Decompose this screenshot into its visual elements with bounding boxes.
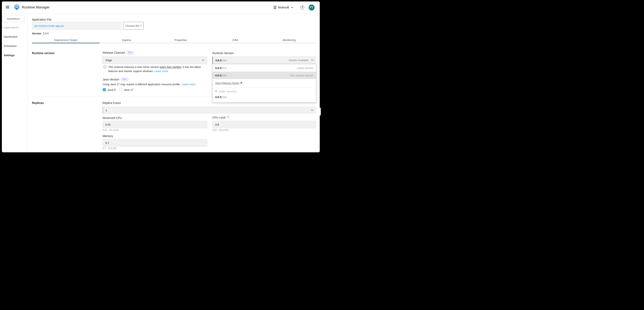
app-window: Runtime Manager Mulesoft ? FT SANDBOX Ap… xyxy=(2,1,320,152)
memory-label: Memory xyxy=(102,134,113,138)
tab-jvm[interactable]: JVM xyxy=(208,38,262,43)
caret-down-icon: ▾ xyxy=(140,25,141,27)
option-version: 4.6.0: xyxy=(215,66,222,70)
java17-radio[interactable] xyxy=(119,88,122,91)
back-chevron-icon xyxy=(2,27,3,27)
java17-radio-label[interactable]: Java 17 xyxy=(124,88,134,91)
latest-version-tag: Latest version xyxy=(297,66,314,70)
caret-down-icon xyxy=(215,91,217,92)
java-version-label: Java Version xyxy=(102,78,119,81)
runtime-version-label: Runtime Version xyxy=(212,51,234,55)
choose-file-button[interactable]: Choose file ▾ xyxy=(123,22,144,30)
cpu-limit-hint: 0.07 - 3.9 vCPU xyxy=(212,129,228,131)
runtime-manager-logo-icon xyxy=(14,4,20,10)
help-icon[interactable]: ? xyxy=(300,5,304,9)
chevron-down-icon xyxy=(311,109,314,111)
runtime-version-build: 36e xyxy=(222,59,227,62)
option-version: 4.6.0: xyxy=(215,95,222,99)
sidebar-divider xyxy=(27,13,28,152)
scrollbar-thumb[interactable] xyxy=(319,108,321,115)
view-release-notes-link[interactable]: View Release Notes xyxy=(215,81,239,85)
sidebar-item-schedules[interactable]: Schedules xyxy=(4,44,17,47)
chevron-down-icon xyxy=(291,6,293,8)
runtime-version-select[interactable]: 4.6.0:36e Update Available xyxy=(212,56,316,64)
replica-count-select[interactable]: 1 xyxy=(102,107,316,114)
version-value: 2.0.0 xyxy=(43,32,48,35)
release-channel-value: Edge xyxy=(106,59,112,62)
runtime-version-current: 4.6.0:36e xyxy=(215,58,227,62)
avatar[interactable]: FT xyxy=(308,4,314,10)
cpu-limit-label-row: CPU Limit i xyxy=(212,116,229,119)
cpu-limit-value: 3,9 xyxy=(215,123,219,126)
application-file-field: q3-runtime-mule-app.jar xyxy=(32,22,121,30)
application-file-link[interactable]: q3-runtime-mule-app.jar xyxy=(34,24,64,27)
java-learn-more-link[interactable]: Learn more xyxy=(182,83,195,86)
memory-hint: 0.7 - 12.9 GB xyxy=(102,147,116,149)
tab-ingress[interactable]: Ingress xyxy=(100,38,154,43)
java-version-label-row: Java Version New xyxy=(102,78,128,81)
replica-count-value: 1 xyxy=(106,109,107,112)
java-note-text: Using Java 17 may require a different ap… xyxy=(102,83,180,86)
java8-radio[interactable] xyxy=(102,88,106,91)
chevron-up-icon xyxy=(311,59,314,61)
cpu-limit-label: CPU Limit xyxy=(212,116,226,119)
sidebar-item-applications[interactable]: Applications xyxy=(4,26,19,29)
runtime-version-option[interactable]: 4.6.0:40e Latest version xyxy=(212,64,316,72)
top-bar: Runtime Manager Mulesoft ? FT xyxy=(2,1,320,13)
memory-value: 0,7 xyxy=(105,141,109,144)
org-name: Mulesoft xyxy=(278,6,289,9)
release-channel-learn-more-link[interactable]: Learn more xyxy=(154,70,168,73)
tab-properties[interactable]: Properties xyxy=(154,38,208,43)
reserved-cpu-value: 0,02 xyxy=(105,123,111,126)
reserved-cpu-label: Reserved CPU xyxy=(102,116,122,120)
current-version-tag: Your current version xyxy=(290,74,314,77)
new-badge: New xyxy=(121,78,128,81)
reserved-cpu-input[interactable]: 0,02 xyxy=(102,121,207,128)
option-version: 4.6.0: xyxy=(215,74,222,77)
cpu-limit-input[interactable]: 3,9 xyxy=(212,121,316,128)
section-divider xyxy=(32,152,316,152)
older-versions-label: Older Versions xyxy=(219,90,236,93)
release-channel-select[interactable]: Edge xyxy=(102,56,207,64)
info-text-part1: This channel releases a new minor versio… xyxy=(108,65,160,68)
runtime-version-option-selected[interactable]: 4.6.0:36e Your current version xyxy=(212,72,316,79)
release-channel-label-row: Release Channel New xyxy=(102,51,134,54)
version-label: Version xyxy=(32,32,41,35)
runtime-version-dropdown: 4.6.0:40e Latest version 4.6.0:36e Your … xyxy=(212,64,316,102)
java-version-note: Using Java 17 may require a different ap… xyxy=(102,83,196,86)
java-version-radio-group: Java 8 Java 17 xyxy=(102,88,134,91)
option-build: 36e xyxy=(222,74,227,77)
sidebar-item-settings[interactable]: Settings xyxy=(4,54,15,57)
page-title: Runtime Manager xyxy=(22,5,50,9)
release-channel-info-text: This channel releases a new minor versio… xyxy=(108,65,204,73)
tab-monitoring[interactable]: Monitoring xyxy=(262,38,316,43)
new-badge: New xyxy=(126,51,134,54)
tab-bar: Deployment Target Ingress Properties JVM… xyxy=(32,38,316,43)
tab-deployment-target[interactable]: Deployment Target xyxy=(32,38,100,43)
version-row: Version2.0.0 xyxy=(32,32,48,35)
info-icon: i xyxy=(104,65,106,68)
hamburger-menu-icon[interactable] xyxy=(6,6,9,9)
option-build: 40e xyxy=(222,66,227,70)
info-icon: i xyxy=(226,115,229,118)
older-versions-toggle[interactable]: Older Versions xyxy=(212,88,316,93)
external-link-arrow-icon xyxy=(240,81,243,84)
application-file-label: Application File xyxy=(32,18,52,21)
chevron-down-icon xyxy=(202,59,204,61)
java8-radio-label[interactable]: Java 8 xyxy=(107,88,116,91)
runtime-version-number: 4.6.0: xyxy=(215,59,222,62)
option-build: 38e xyxy=(222,95,227,99)
reserved-cpu-hint: 0.02 - 3.9 vCPU xyxy=(102,129,119,131)
replicas-section-heading: Replicas xyxy=(32,101,44,105)
update-available-text: Update Available xyxy=(289,59,308,62)
sidebar-item-dashboard[interactable]: Dashboard xyxy=(4,35,17,38)
environment-selector[interactable]: SANDBOX xyxy=(2,16,24,22)
org-switcher[interactable]: Mulesoft xyxy=(274,6,293,9)
runtime-version-option-older[interactable]: 4.6.0:38e xyxy=(212,93,316,99)
choose-file-label: Choose file xyxy=(125,24,139,27)
building-icon xyxy=(274,6,276,9)
runtime-version-section-heading: Runtime version xyxy=(32,51,54,55)
info-text-underlined: every four months xyxy=(160,65,181,68)
memory-input[interactable]: 0,7 xyxy=(102,139,207,147)
replica-count-label: Replica Count xyxy=(102,101,121,105)
